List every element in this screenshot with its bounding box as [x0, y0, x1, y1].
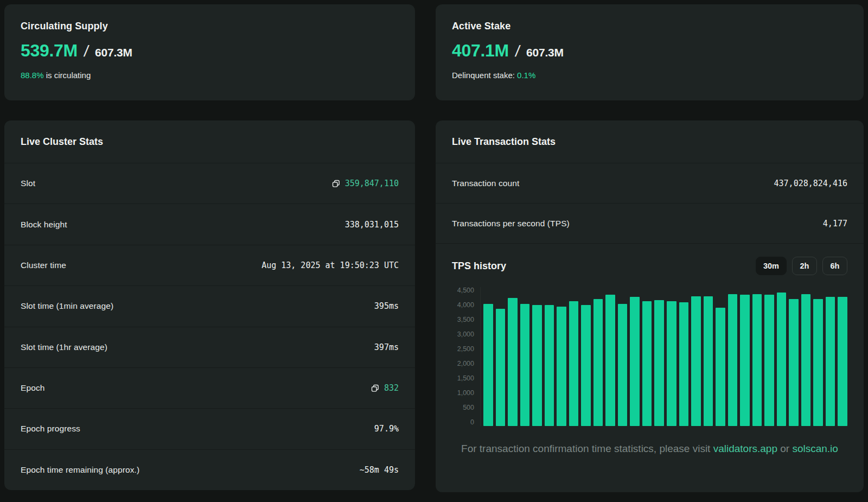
- tps-bar: [642, 301, 652, 426]
- active-stake-value: 407.1M: [452, 41, 509, 61]
- delinquent-stake-label: Delinquent stake:: [452, 71, 517, 80]
- tps-bar: [691, 296, 701, 427]
- tx-card-header: Live Transaction Stats: [436, 120, 864, 163]
- table-row-tps: Transactions per second (TPS) 4,177: [436, 203, 864, 243]
- live-cluster-stats-card: Live Cluster Stats Slot 359,847,110 Bloc…: [4, 120, 415, 490]
- circulating-percent-label: is circulating: [44, 71, 91, 80]
- epoch-number[interactable]: 832: [384, 383, 399, 393]
- tps-value: 4,177: [823, 219, 847, 228]
- tps-history-title: TPS history: [452, 260, 506, 272]
- tps-bar: [557, 307, 566, 426]
- tps-bar: [813, 299, 823, 426]
- y-axis-tick-label: 2,000: [457, 360, 474, 367]
- table-row-slot-time-1min: Slot time (1min average) 395ms: [4, 285, 415, 326]
- tps-bar: [777, 293, 787, 426]
- tps-bar: [593, 299, 603, 426]
- epoch-time-remaining-label: Epoch time remaining (approx.): [21, 465, 139, 475]
- transaction-count-label: Transaction count: [452, 179, 519, 188]
- footer-text-middle: or: [777, 443, 792, 454]
- circulating-supply-value: 539.7M: [21, 41, 78, 61]
- cluster-card-header: Live Cluster Stats: [4, 120, 415, 163]
- y-axis-tick-label: 0: [470, 419, 474, 426]
- tps-bar: [605, 295, 615, 426]
- tps-label: Transactions per second (TPS): [452, 219, 570, 228]
- tps-history-header: TPS history 30m 2h 6h: [452, 257, 847, 275]
- cluster-rows: Slot 359,847,110 Block height 338,031,01…: [4, 163, 415, 490]
- slot-label: Slot: [21, 179, 35, 188]
- circulating-supply-numbers: 539.7M / 607.3M: [21, 41, 399, 61]
- tps-bar: [740, 295, 750, 426]
- tps-bar: [752, 294, 762, 426]
- circulating-percent: 88.8%: [21, 71, 44, 80]
- table-row-slot: Slot 359,847,110: [4, 163, 415, 204]
- tps-bar: [618, 304, 628, 426]
- epoch-progress-value: 97.9%: [374, 424, 399, 434]
- total-supply-value: 607.3M: [95, 46, 132, 59]
- table-row-slot-time-1hr: Slot time (1hr average) 397ms: [4, 327, 415, 367]
- tps-bar: [483, 304, 493, 426]
- tps-bar: [704, 296, 713, 427]
- range-button-2h[interactable]: 2h: [792, 257, 817, 275]
- validators-app-link[interactable]: validators.app: [713, 443, 777, 454]
- epoch-label: Epoch: [21, 383, 44, 393]
- tps-bar: [789, 299, 799, 426]
- table-row-cluster-time: Cluster time Aug 13, 2025 at 19:50:23 UT…: [4, 245, 415, 285]
- tps-bar: [667, 301, 676, 426]
- block-height-label: Block height: [21, 220, 67, 230]
- tps-bar: [801, 294, 811, 426]
- slot-time-1min-value: 395ms: [374, 301, 399, 311]
- tps-bar: [838, 297, 847, 426]
- cluster-card-title: Live Cluster Stats: [21, 136, 103, 148]
- delinquent-stake-subtext: Delinquent stake: 0.1%: [452, 71, 847, 80]
- tps-bar: [581, 305, 591, 426]
- tps-bar: [545, 305, 554, 426]
- y-axis-tick-label: 1,000: [457, 390, 474, 397]
- table-row-epoch: Epoch 832: [4, 367, 415, 408]
- range-button-30m[interactable]: 30m: [756, 257, 787, 275]
- y-axis-tick-label: 4,000: [457, 302, 474, 309]
- slot-number[interactable]: 359,847,110: [345, 179, 399, 188]
- tps-history-section: TPS history 30m 2h 6h 4,5004,0003,5003,0…: [436, 243, 864, 492]
- table-row-transaction-count: Transaction count 437,028,824,416: [436, 163, 864, 203]
- live-transaction-stats-card: Live Transaction Stats Transaction count…: [436, 120, 864, 492]
- block-height-value: 338,031,015: [345, 220, 399, 230]
- y-axis-tick-label: 1,500: [457, 375, 474, 382]
- cluster-time-label: Cluster time: [21, 260, 66, 270]
- copy-icon[interactable]: [332, 180, 340, 188]
- slot-time-1min-label: Slot time (1min average): [21, 301, 113, 311]
- slot-value[interactable]: 359,847,110: [332, 179, 399, 188]
- slash-divider: /: [514, 42, 521, 60]
- delinquent-stake-value: 0.1%: [517, 71, 535, 80]
- tps-bar: [532, 305, 542, 426]
- chart-y-axis: 4,5004,0003,5003,0002,5002,0001,5001,000…: [452, 287, 480, 426]
- total-stake-value: 607.3M: [526, 46, 564, 59]
- tx-card-title: Live Transaction Stats: [452, 136, 556, 148]
- chart-plot-area: [480, 287, 847, 426]
- tps-history-chart: 4,5004,0003,5003,0002,5002,0001,5001,000…: [452, 287, 847, 426]
- epoch-time-remaining-value: ~58m 49s: [360, 465, 399, 475]
- slash-divider: /: [83, 42, 90, 60]
- tps-bar: [826, 297, 835, 426]
- slot-time-1hr-label: Slot time (1hr average): [21, 342, 107, 352]
- table-row-epoch-progress: Epoch progress 97.9%: [4, 408, 415, 449]
- epoch-value[interactable]: 832: [371, 383, 399, 393]
- y-axis-tick-label: 4,500: [457, 287, 474, 294]
- table-row-block-height: Block height 338,031,015: [4, 204, 415, 244]
- tps-bar: [569, 301, 579, 426]
- dashboard-grid: Circulating Supply 539.7M / 607.3M 88.8%…: [4, 4, 864, 492]
- transaction-count-value: 437,028,824,416: [774, 179, 847, 188]
- solscan-link[interactable]: solscan.io: [792, 443, 838, 454]
- range-button-6h[interactable]: 6h: [822, 257, 847, 275]
- tps-range-buttons: 30m 2h 6h: [756, 257, 847, 275]
- circulating-supply-card: Circulating Supply 539.7M / 607.3M 88.8%…: [4, 4, 415, 100]
- chart-footer-note: For transaction confirmation time statis…: [452, 441, 847, 456]
- circulating-supply-subtext: 88.8% is circulating: [21, 71, 399, 80]
- tps-bar: [728, 294, 738, 426]
- cluster-time-value: Aug 13, 2025 at 19:50:23 UTC: [261, 260, 399, 270]
- footer-text-before: For transaction confirmation time statis…: [461, 443, 713, 454]
- table-row-epoch-time-remaining: Epoch time remaining (approx.) ~58m 49s: [4, 449, 415, 490]
- tps-bar: [654, 300, 664, 426]
- tps-bar: [496, 309, 506, 426]
- epoch-progress-label: Epoch progress: [21, 424, 80, 434]
- copy-icon[interactable]: [371, 384, 379, 392]
